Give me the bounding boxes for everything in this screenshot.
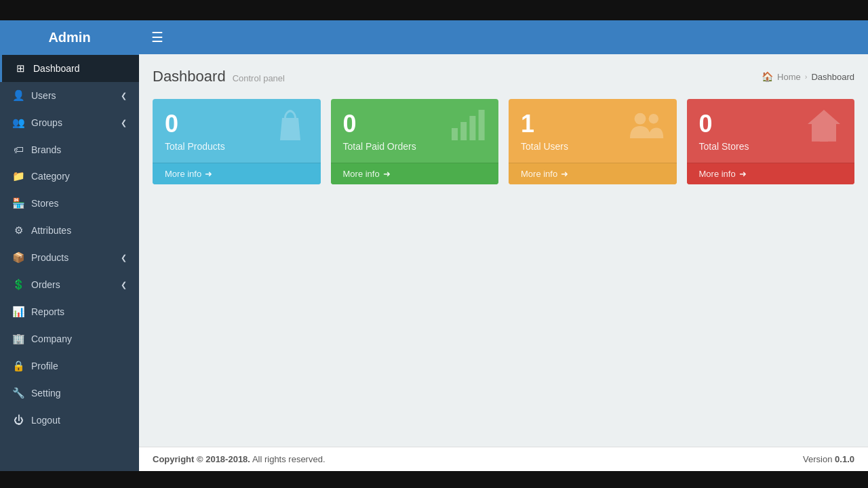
card-label-total-stores: Total Stores [699, 141, 749, 152]
nav-label-logout: Logout [31, 415, 60, 426]
nav-label-brands: Brands [31, 144, 61, 155]
nav-label-stores: Stores [31, 198, 58, 209]
nav-icon-groups: 👥 [12, 117, 24, 129]
svg-rect-2 [469, 116, 475, 140]
nav-icon-setting: 🔧 [12, 387, 24, 399]
sidebar-item-users[interactable]: 👤 Users ❮ [0, 82, 139, 109]
stat-card-total-paid-orders: 0 Total Paid Orders More info ➜ [331, 99, 499, 184]
nav-label-users: Users [31, 90, 56, 101]
card-body-total-users: 1 Total Users [509, 99, 677, 163]
card-more-info-total-paid-orders[interactable]: More info ➜ [331, 163, 499, 184]
stat-card-total-products: 0 Total Products More info ➜ [153, 99, 321, 184]
card-icon-total-paid-orders [448, 106, 488, 156]
sidebar-item-orders[interactable]: 💲 Orders ❮ [0, 271, 139, 298]
card-label-total-products: Total Products [165, 141, 225, 152]
page-header: Dashboard Control panel 🏠 Home › Dashboa… [153, 68, 854, 85]
nav-icon-company: 🏢 [12, 333, 24, 345]
nav-label-dashboard: Dashboard [33, 63, 80, 74]
nav-icon-orders: 💲 [12, 279, 24, 291]
home-icon: 🏠 [762, 71, 773, 82]
sidebar: Admin ⊞ Dashboard 👤 Users ❮ 👥 Groups ❮ 🏷… [0, 20, 139, 471]
nav-icon-stores: 🏪 [12, 197, 24, 209]
breadcrumb: 🏠 Home › Dashboard [762, 71, 854, 82]
nav-arrow-groups: ❮ [121, 119, 127, 127]
arrow-icon-total-paid-orders: ➜ [383, 169, 391, 179]
svg-rect-1 [460, 122, 467, 140]
arrow-icon-total-stores: ➜ [739, 169, 747, 179]
breadcrumb-home[interactable]: Home [777, 72, 801, 82]
footer-copyright: Copyright © 2018-2018. All rights reserv… [153, 454, 326, 464]
card-number-total-stores: 0 [699, 110, 749, 138]
sidebar-item-profile[interactable]: 🔒 Profile [0, 352, 139, 380]
page-subtitle: Control panel [233, 73, 285, 83]
header-bar: ☰ [139, 20, 868, 54]
page-title-area: Dashboard Control panel [153, 68, 285, 85]
card-more-info-total-stores[interactable]: More info ➜ [687, 163, 855, 184]
nav-label-reports: Reports [31, 306, 64, 317]
nav-label-products: Products [31, 252, 68, 263]
sidebar-brand: Admin [0, 20, 139, 55]
sidebar-item-reports[interactable]: 📊 Reports [0, 298, 139, 325]
page-title: Dashboard [153, 68, 226, 85]
card-body-total-products: 0 Total Products [153, 99, 321, 163]
svg-point-4 [634, 113, 646, 125]
content-area: Dashboard Control panel 🏠 Home › Dashboa… [139, 54, 868, 447]
sidebar-item-dashboard[interactable]: ⊞ Dashboard [0, 55, 139, 82]
card-number-total-paid-orders: 0 [343, 110, 416, 138]
card-more-info-total-users[interactable]: More info ➜ [509, 163, 677, 184]
breadcrumb-current: Dashboard [811, 72, 854, 82]
card-icon-total-products [270, 106, 311, 156]
arrow-icon-total-users: ➜ [561, 169, 568, 179]
stat-card-total-stores: 0 Total Stores More info ➜ [687, 99, 855, 184]
card-body-total-paid-orders: 0 Total Paid Orders [331, 99, 499, 163]
bottom-bar [0, 471, 868, 488]
nav-icon-attributes: ⚙ [12, 224, 24, 237]
card-icon-total-stores [804, 106, 844, 156]
footer: Copyright © 2018-2018. All rights reserv… [139, 447, 868, 471]
card-icon-total-users [626, 106, 667, 156]
sidebar-item-setting[interactable]: 🔧 Setting [0, 380, 139, 407]
sidebar-item-attributes[interactable]: ⚙ Attributes [0, 217, 139, 244]
card-label-total-paid-orders: Total Paid Orders [343, 141, 416, 152]
menu-toggle-button[interactable]: ☰ [151, 29, 163, 45]
main-content: ☰ Dashboard Control panel 🏠 Home › Dashb… [139, 20, 868, 471]
stat-card-total-users: 1 Total Users More info ➜ [509, 99, 677, 184]
nav-arrow-products: ❮ [121, 253, 127, 262]
top-bar [0, 0, 868, 20]
nav-icon-dashboard: ⊞ [14, 62, 26, 75]
nav-label-attributes: Attributes [31, 225, 71, 236]
card-number-total-products: 0 [165, 110, 225, 138]
card-more-info-total-products[interactable]: More info ➜ [153, 163, 321, 184]
nav-label-setting: Setting [31, 388, 61, 399]
nav-arrow-users: ❮ [121, 92, 127, 100]
nav-label-profile: Profile [31, 361, 58, 371]
card-number-total-users: 1 [521, 110, 568, 138]
nav-label-category: Category [31, 171, 70, 182]
svg-rect-7 [820, 130, 828, 142]
card-label-total-users: Total Users [521, 141, 568, 152]
sidebar-item-category[interactable]: 📁 Category [0, 163, 139, 190]
nav-icon-category: 📁 [12, 170, 24, 182]
nav-icon-products: 📦 [12, 251, 24, 264]
sidebar-item-groups[interactable]: 👥 Groups ❮ [0, 109, 139, 136]
svg-rect-3 [479, 110, 485, 140]
nav-label-groups: Groups [31, 117, 62, 128]
nav-label-company: Company [31, 333, 72, 344]
svg-rect-0 [452, 128, 458, 140]
sidebar-item-logout[interactable]: ⏻ Logout [0, 407, 139, 433]
nav-icon-profile: 🔒 [12, 360, 24, 372]
card-body-total-stores: 0 Total Stores [687, 99, 855, 163]
nav-icon-users: 👤 [12, 89, 24, 102]
svg-point-5 [648, 114, 658, 123]
stats-cards-row: 0 Total Products More info ➜ 0 Total Pai… [153, 99, 854, 184]
breadcrumb-separator: › [805, 73, 808, 81]
sidebar-item-brands[interactable]: 🏷 Brands [0, 136, 139, 163]
nav-icon-reports: 📊 [12, 306, 24, 318]
sidebar-nav: ⊞ Dashboard 👤 Users ❮ 👥 Groups ❮ 🏷 Brand… [0, 55, 139, 471]
sidebar-item-stores[interactable]: 🏪 Stores [0, 190, 139, 217]
sidebar-item-products[interactable]: 📦 Products ❮ [0, 244, 139, 271]
nav-label-orders: Orders [31, 279, 60, 290]
sidebar-item-company[interactable]: 🏢 Company [0, 325, 139, 352]
nav-icon-logout: ⏻ [12, 414, 24, 426]
nav-arrow-orders: ❮ [121, 281, 127, 289]
